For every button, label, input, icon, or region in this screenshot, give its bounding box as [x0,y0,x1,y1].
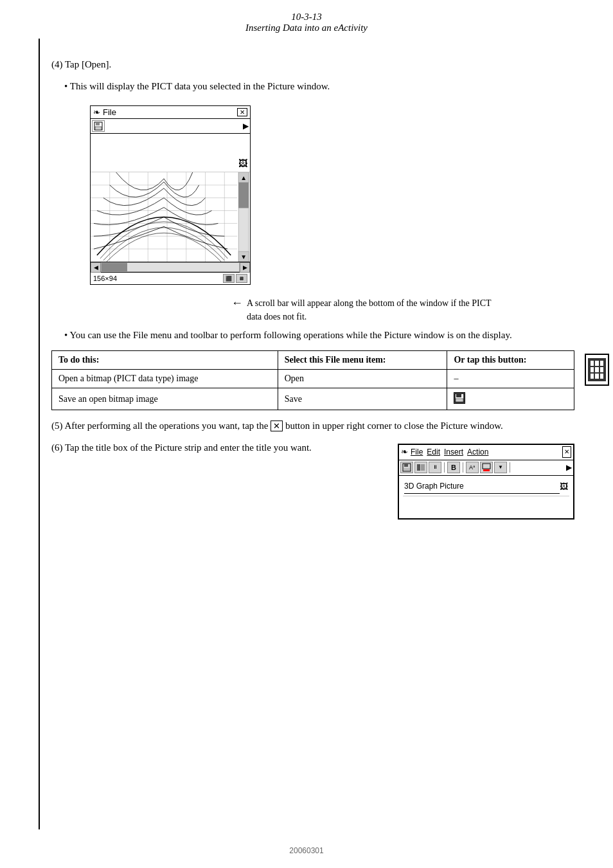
dot [591,367,594,372]
svg-rect-1 [96,122,100,125]
svg-rect-31 [483,469,490,471]
row2-action: Save an open bitmap image [52,388,278,410]
dot [595,361,598,366]
pw-footer-btn1[interactable]: ⬛ [223,274,235,283]
ea-menu-file[interactable]: File [411,446,423,458]
annotation-text: A scroll bar will appear along the botto… [247,296,504,323]
svg-rect-2 [95,127,102,130]
dot [595,374,598,379]
svg-rect-23 [456,393,461,397]
pw-scroll-track [101,262,240,272]
step5-x-button: ✕ [271,420,283,431]
header: 10-3-13 Inserting Data into an eActivity [0,0,613,37]
step6-label: (6) Tap the title box of the Picture str… [51,442,312,453]
right-sidebar [581,354,613,386]
save-icon [454,392,465,404]
footer-text: 20060301 [289,846,323,855]
pw-scrollbar-h: ◀ ▶ [91,262,250,273]
page-number: 10-3-13 [0,12,613,23]
annotation-row: ← A scroll bar will appear along the bot… [51,296,574,323]
col2-header: Select this File menu item: [278,351,447,370]
dot [591,361,594,366]
pw-arrow-right: ▶ [243,122,249,131]
left-border [39,39,40,829]
pw-titlebar: ❧ File ✕ [91,106,250,119]
dot [600,367,603,372]
ea-menu-insert[interactable]: Insert [444,446,463,458]
eactivity-window: ❧ File Edit Insert Action ✕ [398,444,574,520]
ea-menu-items: File Edit Insert Action [411,446,488,458]
annotation-arrow-icon: ← [231,296,243,310]
ea-menubar: ❧ File Edit Insert Action ✕ [399,445,573,460]
ea-menu-action[interactable]: Action [467,446,488,458]
pw-close-button[interactable]: ✕ [237,108,247,116]
pw-toolbar: ▶ [91,119,250,134]
row2-button [447,388,574,410]
svg-text:▲: ▲ [240,174,247,181]
pw-title-text: File [103,107,116,117]
svg-rect-19 [238,183,249,208]
step4-label: (4) Tap [Open]. [51,59,111,69]
dot [600,361,603,366]
pw-footer-right: ⬛ 🔳 [223,274,247,283]
ea-tb-font-btn[interactable]: Aᵃ [466,462,479,473]
row2-menu: Save [278,388,447,410]
sidebar-icon [585,354,609,386]
ea-tb-dropdown-btn[interactable]: ▼ [494,462,507,473]
svg-rect-29 [421,464,425,471]
ea-flower-icon: ❧ [401,446,408,459]
svg-rect-28 [417,464,420,471]
pw-scroll-right[interactable]: ▶ [240,262,250,273]
svg-rect-26 [404,464,408,467]
ea-tb-separator [444,462,445,473]
operations-table: To do this: Select this File menu item: … [51,350,574,410]
pw-thumb-icon: 🖼 [238,159,247,169]
page-title: Inserting Data into an eActivity [0,23,613,33]
col1-header: To do this: [52,351,278,370]
footer: 20060301 [0,846,613,855]
ea-close-button[interactable]: ✕ [562,446,571,458]
ea-tb-arrow: ▶ [566,462,572,474]
ea-toolbar: ⏸ B Aᵃ ▼ ▶ [399,460,573,476]
pw-graph-area: ▲ ▼ [91,172,250,262]
svg-text:▼: ▼ [240,253,247,260]
pw-scroll-left[interactable]: ◀ [91,262,101,273]
step4: (4) Tap [Open]. [51,57,574,72]
ea-content: 3D Graph Picture 🖼 [399,476,573,518]
main-content: (4) Tap [Open]. This will display the PI… [51,37,574,520]
row1-action: Open a bitmap (PICT data type) image [52,370,278,388]
row1-button: – [447,370,574,388]
page: 10-3-13 Inserting Data into an eActivity… [0,0,613,868]
pw-size-label: 156×94 [93,275,117,282]
table-row: Save an open bitmap image Save [52,388,574,410]
dot [591,374,594,379]
pw-scroll-thumb [102,263,127,271]
col3-header: Or tap this button: [447,351,574,370]
ea-tb-btn3[interactable]: ⏸ [429,462,441,473]
ea-tb-separator3 [510,462,510,473]
pw-save-btn[interactable] [92,120,105,132]
step4-bullet2: You can use the File menu and toolbar to… [64,327,574,343]
ea-tb-save-btn[interactable] [400,462,413,473]
ea-tb-color-btn[interactable] [480,462,493,473]
dot [600,374,603,379]
svg-rect-30 [483,464,490,469]
svg-rect-24 [456,399,463,402]
step4-bullet1: This will display the PICT data you sele… [64,78,574,94]
step6: (6) Tap the title box of the Picture str… [51,440,574,520]
ea-strip-text[interactable]: 3D Graph Picture [404,480,560,494]
ea-strip-row: 3D Graph Picture 🖼 [403,478,569,496]
ea-tb-btn2[interactable] [414,462,427,473]
svg-rect-27 [404,468,410,471]
step5-text2: button in upper right corner to close th… [285,420,503,431]
ea-tb-bold-btn[interactable]: B [447,462,460,473]
step5-text1: (5) After performing all the operations … [51,420,268,431]
pw-flower-icon: ❧ [93,107,100,117]
ea-menu-edit[interactable]: Edit [427,446,440,458]
pw-content-area: 🖼 [91,134,250,172]
grid-icon [588,358,606,381]
dot [595,367,598,372]
pw-footer-btn2[interactable]: 🔳 [236,274,247,283]
step6-text-block: (6) Tap the title box of the Picture str… [51,440,372,455]
graph-svg: ▲ ▼ [91,172,250,262]
